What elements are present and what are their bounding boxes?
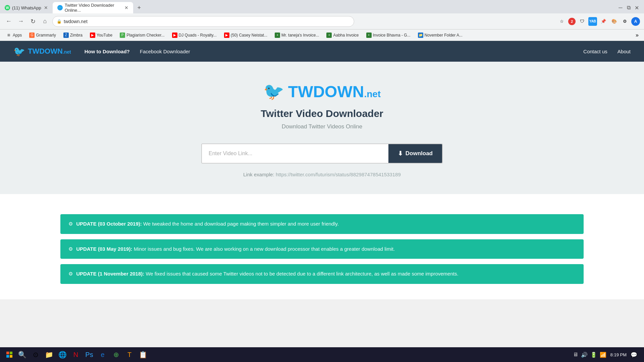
bookmark-youtube[interactable]: ▶ YouTube: [87, 32, 116, 39]
bookmark-zimbra[interactable]: Z Zimbra: [60, 32, 86, 39]
hero-logo: 🐦 TWDOWN.net: [7, 82, 637, 101]
new-tab-button[interactable]: +: [135, 3, 144, 12]
ext-color[interactable]: 🎨: [610, 17, 619, 26]
update-text-2: Minor issues and bug fixes. We are also …: [134, 246, 395, 252]
bookmarks-more-button[interactable]: »: [633, 31, 641, 39]
nav-links: How to Download? Facebook Downloader: [85, 49, 190, 54]
bookmark-grammarly[interactable]: G Grammarly: [26, 32, 59, 39]
logo-tw: TWDOWN: [28, 47, 63, 55]
website-content: 🐦 TWDOWN.net How to Download? Facebook D…: [0, 41, 644, 299]
taskbar-time-display: 8:19 PM: [610, 352, 627, 357]
windows-logo-icon: [6, 351, 13, 358]
tab-twitter-dl-close[interactable]: ✕: [124, 5, 128, 10]
hero-logo-net: .net: [364, 89, 381, 99]
bookmark-invoice-bhavna[interactable]: + Invoice Bhavna - G...: [363, 32, 414, 39]
taskbar-clock[interactable]: 8:19 PM: [610, 352, 627, 357]
nav-facebook-downloader[interactable]: Facebook Downloader: [140, 49, 190, 54]
search-form: ⬇ Download: [201, 143, 443, 164]
bookmark-casey-label: (50) Casey Neistat...: [231, 33, 267, 38]
ext-settings[interactable]: ⚙: [621, 17, 629, 26]
nav-contact-us[interactable]: Contact us: [583, 49, 607, 54]
grammarly-icon: G: [29, 33, 35, 38]
link-example-label: Link example:: [243, 172, 274, 177]
bookmark-plagiarism[interactable]: P Plagiarism Checker...: [116, 32, 168, 39]
profile-button[interactable]: A: [631, 17, 640, 26]
reload-button[interactable]: ↻: [28, 17, 38, 26]
tray-battery-icon[interactable]: 🔋: [590, 352, 597, 358]
tray-network-icon[interactable]: 🖥: [573, 352, 578, 358]
bookmark-taneja[interactable]: + Mr. taneja's Invoice...: [271, 32, 322, 39]
ext-bookmark[interactable]: 📌: [599, 17, 608, 26]
taskbar-netflix[interactable]: N: [70, 349, 82, 361]
taskbar-app10[interactable]: 📋: [137, 349, 149, 361]
back-button[interactable]: ←: [4, 17, 13, 26]
section-divider: [0, 194, 644, 204]
hero-logo-text: TWDOWN.net: [288, 82, 381, 101]
taskbar-tray: 🖥 🔊 🔋 📶 8:19 PM 💬: [569, 352, 641, 358]
tab-whatsapp-close[interactable]: ✕: [44, 5, 48, 10]
address-bar[interactable]: 🔒 twdown.net: [52, 16, 354, 27]
close-button[interactable]: ✕: [633, 4, 640, 11]
bookmark-grammarly-label: Grammarly: [36, 33, 56, 38]
svg-rect-1: [10, 352, 12, 354]
download-button[interactable]: ⬇ Download: [388, 144, 442, 163]
tray-speaker-icon[interactable]: 🔊: [581, 352, 588, 358]
site-logo: 🐦 TWDOWN.net: [13, 46, 71, 57]
taskbar-file-explorer[interactable]: 📁: [43, 349, 55, 361]
taneja-icon: +: [275, 33, 280, 38]
taskbar-chrome[interactable]: ⊕: [110, 349, 122, 361]
download-arrow-icon: ⬇: [398, 150, 403, 157]
restore-button[interactable]: ⧉: [625, 4, 632, 11]
taskbar-ie[interactable]: e: [97, 349, 109, 361]
tab-bar: W (11) WhatsApp ✕ 🐦 Twitter Video Downlo…: [0, 0, 644, 13]
notification-center-icon[interactable]: 💬: [631, 352, 637, 358]
nav-about[interactable]: About: [618, 49, 631, 54]
twitter-dl-favicon: 🐦: [57, 5, 63, 10]
taskbar-search[interactable]: 🔍: [16, 349, 28, 361]
taskbar-photoshop[interactable]: Ps: [83, 349, 95, 361]
taskbar-task-view[interactable]: ⊙: [30, 349, 42, 361]
home-button[interactable]: ⌂: [40, 17, 50, 26]
tray-wifi-icon[interactable]: 📶: [600, 352, 606, 358]
bookmark-apps-label: Apps: [13, 33, 22, 38]
tray-icons: 🖥 🔊 🔋 📶: [573, 352, 606, 358]
whatsapp-favicon: W: [5, 5, 10, 10]
bookmark-star[interactable]: ☆: [557, 17, 566, 26]
ext-shield[interactable]: 🛡: [578, 17, 586, 26]
bookmark-taneja-label: Mr. taneja's Invoice...: [281, 33, 319, 38]
youtube-icon: ▶: [90, 33, 95, 38]
ext-notif[interactable]: 2: [568, 18, 576, 25]
bookmarks-bar: ⊞ Apps G Grammarly Z Zimbra ▶ YouTube P …: [0, 29, 644, 41]
taskbar-app-icons: 🔍 ⊙ 📁 🌐 N Ps e ⊕ T 📋: [16, 349, 149, 361]
ext-yab[interactable]: YAB: [588, 17, 597, 26]
video-link-input[interactable]: [202, 144, 388, 163]
apps-icon: ⊞: [6, 33, 11, 38]
tab-twitter-dl[interactable]: 🐦 Twitter Video Downloader Online... ✕: [53, 2, 133, 13]
hero-title: Twitter Video Downloader: [7, 108, 637, 119]
taskbar-edge[interactable]: 🌐: [56, 349, 68, 361]
update-title-3: UPDATE (1 November 2018):: [76, 271, 144, 277]
address-bar-row: ← → ↻ ⌂ 🔒 twdown.net ☆ 2 🛡 YAB 📌 🎨 ⚙ A: [0, 13, 644, 29]
nav-how-to-download[interactable]: How to Download?: [85, 49, 130, 54]
bookmark-invoice-bhavna-label: Invoice Bhavna - G...: [373, 33, 411, 38]
tab-whatsapp[interactable]: W (11) WhatsApp ✕: [0, 2, 53, 13]
logo-net: .net: [63, 49, 71, 55]
update-text-3: We fixed issues that caused some Twitter…: [146, 271, 458, 277]
svg-rect-0: [6, 352, 9, 354]
hero-subtitle: Download Twitter Videos Online: [7, 123, 637, 130]
hero-logo-tw: TWDOWN: [288, 83, 364, 101]
gear-icon-2: ⚙: [68, 246, 73, 252]
start-button[interactable]: [3, 349, 16, 360]
bookmark-apps[interactable]: ⊞ Apps: [3, 32, 25, 39]
lock-icon: 🔒: [57, 19, 62, 24]
minimize-button[interactable]: ─: [617, 4, 624, 11]
bookmark-dj-quads[interactable]: ▶ DJ Quads - Royalty...: [169, 32, 220, 39]
bookmark-aabha[interactable]: + Aabha Invoice: [323, 32, 362, 39]
taskbar: 🔍 ⊙ 📁 🌐 N Ps e ⊕ T 📋 🖥 🔊 🔋 📶 8:19 PM 💬: [0, 347, 644, 362]
bookmark-november[interactable]: 📁 November Folder A...: [415, 32, 466, 39]
bookmark-casey[interactable]: ▶ (50) Casey Neistat...: [221, 32, 271, 39]
update-title-2: UPDATE (03 May 2019):: [76, 246, 132, 252]
aabha-icon: +: [326, 33, 332, 38]
taskbar-tally[interactable]: T: [123, 349, 136, 361]
forward-button[interactable]: →: [16, 17, 25, 26]
